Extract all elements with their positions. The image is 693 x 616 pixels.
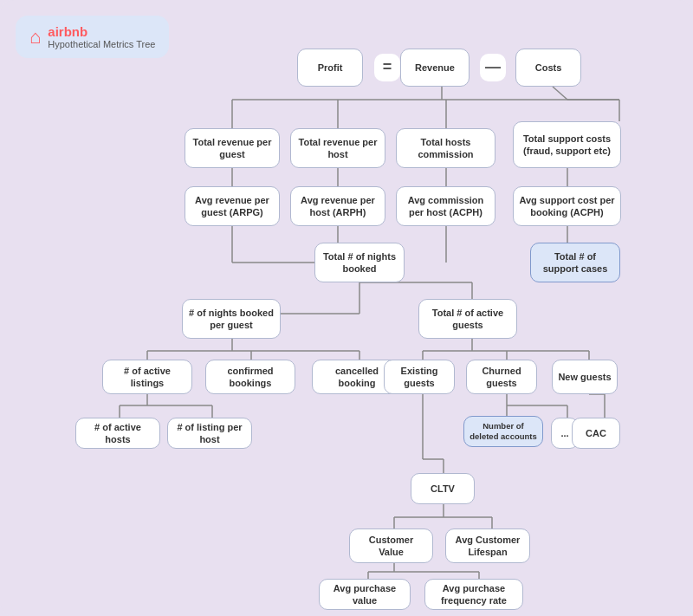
- cltv-node: CLTV: [411, 473, 475, 504]
- active-listings-node: # of active listings: [102, 360, 192, 394]
- active-hosts-node: # of active hosts: [75, 418, 160, 449]
- profit-node: Profit: [297, 49, 363, 87]
- avg-customer-lifespan-node: Avg Customer Lifespan: [445, 528, 530, 563]
- total-nights-booked-node: Total # of nights booked: [314, 243, 405, 282]
- costs-node: Costs: [515, 49, 581, 87]
- churned-guests-node: Churned guests: [466, 360, 537, 394]
- app-subtitle: Hypothetical Metrics Tree: [48, 39, 155, 49]
- avg-purchase-value-node: Avg purchase value: [319, 579, 411, 610]
- svg-line-5: [553, 87, 567, 100]
- new-guests-node: New guests: [552, 360, 618, 394]
- total-support-costs-node: Total support costs (fraud, support etc): [513, 121, 621, 168]
- total-revenue-per-guest-node: Total revenue per guest: [185, 128, 280, 168]
- customer-value-node: Customer Value: [349, 528, 433, 563]
- header-box: ⌂ airbnb Hypothetical Metrics Tree: [16, 16, 169, 58]
- revenue-node: Revenue: [400, 49, 470, 87]
- equals-sign: =: [374, 54, 400, 81]
- connector-lines: [0, 0, 693, 616]
- existing-guests-node: Existing guests: [384, 360, 455, 394]
- total-revenue-per-host-node: Total revenue per host: [290, 128, 385, 168]
- minus-sign: —: [480, 54, 506, 81]
- diagram-container: ⌂ airbnb Hypothetical Metrics Tree Profi…: [0, 0, 693, 616]
- cac-node: CAC: [572, 418, 620, 449]
- app-name: airbnb: [48, 24, 155, 39]
- total-support-cases-node: Total # of support cases: [530, 243, 620, 282]
- avg-support-cost-node: Avg support cost per booking (ACPH): [513, 186, 621, 226]
- deleted-accounts-node: Number of deleted accounts: [463, 416, 543, 447]
- listing-per-host-node: # of listing per host: [167, 418, 252, 449]
- total-active-guests-node: Total # of active guests: [418, 299, 517, 339]
- confirmed-bookings-node: confirmed bookings: [205, 360, 295, 394]
- total-hosts-commission-node: Total hosts commission: [396, 128, 495, 168]
- avg-revenue-per-host-node: Avg revenue per host (ARPH): [290, 186, 385, 226]
- avg-revenue-per-guest-node: Avg revenue per guest (ARPG): [185, 186, 280, 226]
- avg-purchase-frequency-node: Avg purchase frequency rate: [424, 579, 523, 610]
- avg-commission-per-host-node: Avg commission per host (ACPH): [396, 186, 495, 226]
- airbnb-logo-icon: ⌂: [29, 26, 41, 49]
- nights-booked-per-guest-node: # of nights booked per guest: [182, 299, 281, 339]
